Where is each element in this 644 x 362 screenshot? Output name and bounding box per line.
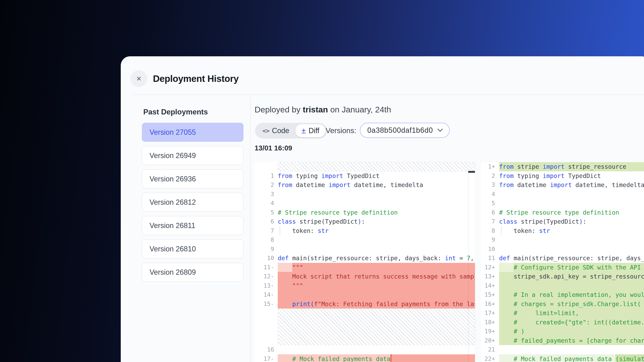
diff-row: 18+ # created={"gte": int((datetime.now(… xyxy=(481,318,644,327)
tab-code[interactable]: <> Code xyxy=(256,124,295,137)
diff-row: 14+ xyxy=(481,281,644,290)
diff-row: 13+ stripe_sdk.api_key = stripe_ressourc… xyxy=(481,272,644,281)
diff-row: 3from datetime import datetime, timedelt… xyxy=(481,180,644,190)
diff-icon: ± xyxy=(302,127,306,135)
diff-row: 22+ # Mock failed payments data (simulat… xyxy=(481,354,644,362)
diff-row: 19+ # ) xyxy=(481,327,644,336)
version-item[interactable]: Version 26949 xyxy=(142,146,244,165)
diff-row: 7 token: str xyxy=(254,226,475,236)
diff-row: 17+ # limit=limit, xyxy=(481,309,644,318)
diff-row: 5 xyxy=(481,199,644,208)
diff-row: 21 xyxy=(481,345,644,354)
past-deployments-heading: Past Deployments xyxy=(143,108,208,116)
diff-row: 3 xyxy=(254,190,475,199)
version-hash-select[interactable]: 0a38b500daf1b6d0 xyxy=(360,123,450,138)
scrollbar-track xyxy=(468,173,468,362)
version-item[interactable]: Version 27055 xyxy=(142,123,244,142)
diff-row: 8 token: str xyxy=(481,226,644,236)
version-item[interactable]: Version 26812 xyxy=(142,193,244,212)
close-button[interactable]: × xyxy=(130,70,147,87)
version-item[interactable]: Version 26936 xyxy=(142,169,244,188)
deployer-name: tristan xyxy=(303,105,328,114)
diff-row: 1from typing import TypedDict xyxy=(254,171,475,181)
diff-row: 15+ # In a real implementation, you woul… xyxy=(481,290,644,300)
diff-row: 16+ # charges = stripe_sdk.Charge.list( xyxy=(481,300,644,309)
chevron-down-icon xyxy=(437,128,443,132)
close-icon: × xyxy=(136,74,142,83)
diff-pane-new[interactable]: 1+from stripe import stripe_ressource2fr… xyxy=(481,162,644,362)
diff-row: 5# Stripe resource type definition xyxy=(254,208,475,217)
diff-row: 2from datetime import datetime, timedelt… xyxy=(254,180,475,190)
diff-row: 8 xyxy=(254,235,475,245)
diff-row: 10def main(stripe_ressource: stripe, day… xyxy=(254,254,475,263)
diff-row: 13- """ xyxy=(254,281,475,290)
versions-label: Versions: xyxy=(326,123,356,139)
deployed-by-line: Deployed by tristan on January, 24th xyxy=(254,105,391,114)
scrollbar-thumb[interactable] xyxy=(468,171,475,173)
version-hash-value: 0a38b500daf1b6d0 xyxy=(367,126,437,135)
collapsed-region xyxy=(278,309,475,345)
diff-pane-old[interactable]: 1from typing import TypedDict2from datet… xyxy=(254,162,475,362)
desktop-background: × Deployment History Past Deployments Ve… xyxy=(0,0,644,362)
diff-row: 15- print(f"Mock: Fetching failed paymen… xyxy=(254,300,475,309)
diff-row: 2from typing import TypedDict xyxy=(481,171,644,181)
diff-row: 7class stripe(TypedDict): xyxy=(481,217,644,226)
diff-row: 17- # Mock failed payments data xyxy=(254,354,475,362)
version-list: Version 27055Version 26949Version 26936V… xyxy=(142,123,244,286)
diff-row: 10 xyxy=(481,245,644,254)
diff-row: 9 xyxy=(481,235,644,245)
sidebar-divider xyxy=(250,95,250,362)
page-title: Deployment History xyxy=(153,73,239,84)
diff-row: 6# Stripe resource type definition xyxy=(481,208,644,217)
view-toggle: <> Code ± Diff xyxy=(255,123,327,139)
diff-row: 12+ # Configure Stripe SDK with the API … xyxy=(481,263,644,272)
deployment-timestamp: 13/01 16:09 xyxy=(254,144,292,152)
code-icon: <> xyxy=(262,127,269,134)
tab-diff[interactable]: ± Diff xyxy=(295,124,326,137)
version-item[interactable]: Version 26811 xyxy=(142,216,244,235)
diff-row: 6class stripe(TypedDict): xyxy=(254,217,475,226)
diff-row xyxy=(254,309,475,345)
deployment-history-modal: × Deployment History Past Deployments Ve… xyxy=(121,56,644,362)
diff-row: 20+ # failed_payments = [charge for char… xyxy=(481,336,644,345)
diff-row: 11- """ xyxy=(254,263,475,272)
diff-row: 16 xyxy=(254,345,475,354)
tab-diff-label: Diff xyxy=(308,126,319,135)
diff-row: 12- Mock script that returns success mes… xyxy=(254,272,475,281)
diff-row: 4 xyxy=(481,190,644,199)
diff-row xyxy=(254,162,475,171)
diff-row: 1+from stripe import stripe_ressource xyxy=(481,162,644,171)
version-item[interactable]: Version 26810 xyxy=(142,239,244,258)
diff-row: 11def main(stripe_ressource: stripe, day… xyxy=(481,254,644,263)
diff-row: 14- xyxy=(254,290,475,300)
version-item[interactable]: Version 26809 xyxy=(142,263,244,282)
diff-row: 4 xyxy=(254,199,475,208)
tab-code-label: Code xyxy=(272,126,289,135)
header-divider xyxy=(132,94,644,95)
diff-row: 9 xyxy=(254,245,475,254)
collapsed-region xyxy=(278,162,475,171)
